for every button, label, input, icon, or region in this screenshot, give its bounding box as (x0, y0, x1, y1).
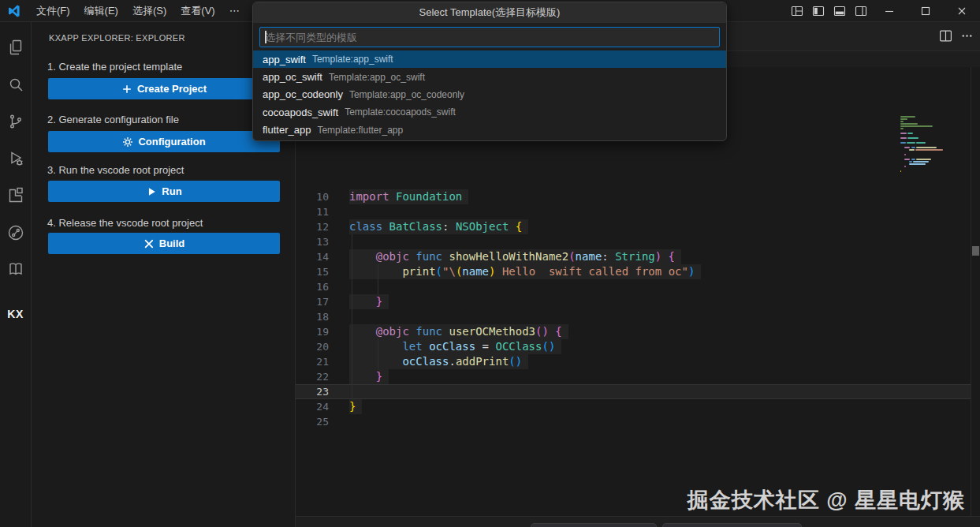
line-number: 11 (296, 204, 329, 219)
code-line-24: 24} (296, 399, 971, 414)
minimap-line (900, 123, 918, 125)
code-line-22: 22 } (296, 369, 971, 384)
minimap-line (909, 161, 912, 163)
remote-icon[interactable] (0, 217, 31, 249)
menu-item-1[interactable]: 文件(F) (29, 0, 77, 21)
minimap-line (911, 147, 915, 148)
line-number: 16 (296, 279, 329, 294)
minimap-line (900, 118, 907, 120)
watermark-text: 掘金技术社区 @ 星星电灯猴 (687, 486, 965, 514)
quick-pick-widget: Select Template(选择目标模版) app_swiftTemplat… (252, 2, 727, 141)
step-label-create-project: 1. Create the project template (47, 61, 182, 73)
run-debug-icon[interactable] (0, 143, 31, 174)
more-actions-icon[interactable] (960, 29, 974, 43)
quickpick-item-app_oc_codeonly[interactable]: app_oc_codeonlyTemplate:app_oc_codeonly (253, 86, 726, 103)
toggle-panel-icon[interactable] (829, 0, 850, 22)
item-description: Template:app_oc_swift (329, 72, 425, 83)
minimap-line (907, 137, 919, 139)
overview-ruler-border (971, 67, 971, 516)
quickpick-item-app_swift[interactable]: app_swiftTemplate:app_swift (253, 50, 726, 68)
menu-item-2[interactable]: 编辑(E) (77, 0, 125, 21)
menu-item-3[interactable]: 选择(S) (125, 0, 173, 21)
files-icon[interactable] (0, 32, 31, 63)
minimap-line (900, 137, 907, 139)
configuration-button[interactable]: Configuration (48, 131, 280, 152)
button-label: Run (162, 185, 181, 197)
line-text: ocClass.addPrint() (349, 354, 528, 369)
item-label: app_oc_codeonly (263, 88, 343, 100)
line-text: } (349, 399, 362, 414)
code-line-21: 21 ocClass.addPrint() (296, 354, 971, 369)
menu-bar: 文件(F)编辑(E)选择(S)查看(V)⋯ (29, 0, 247, 21)
line-number: 24 (296, 399, 329, 414)
minimap-line (900, 125, 933, 127)
line-text: } (349, 369, 389, 384)
line-number: 25 (296, 414, 329, 429)
minimap-line (916, 142, 926, 144)
toggle-secondary-sidebar-icon[interactable] (850, 0, 871, 22)
gear-icon (122, 136, 133, 148)
step-label-run: 3. Run the vscode root project (47, 164, 184, 176)
code-line-12: 12class BatClass: NSObject { (296, 219, 971, 234)
quickpick-item-flutter_app[interactable]: flutter_appTemplate:flutter_app (253, 121, 726, 139)
run-button[interactable]: Run (48, 181, 280, 202)
minimap-line (909, 149, 915, 151)
minimap-line (915, 149, 943, 151)
menu-item-5[interactable]: ⋯ (222, 0, 247, 21)
quickpick-item-cocoapods_swift[interactable]: cocoapods_swiftTemplate:cocoapods_swift (253, 103, 726, 121)
editor-actions (939, 29, 974, 43)
source-control-icon[interactable] (0, 106, 31, 137)
search-icon[interactable] (0, 69, 31, 100)
minimap-line (916, 147, 937, 148)
vscode-logo-icon (7, 4, 21, 18)
extensions-icon[interactable] (0, 180, 31, 211)
code-line-13: 13 (296, 234, 971, 249)
quick-pick-input[interactable] (259, 27, 720, 47)
customize-layout-icon[interactable] (786, 0, 807, 22)
item-description: Template:app_swift (312, 54, 393, 65)
scrollbar-thumb[interactable] (972, 246, 979, 256)
build-button[interactable]: Build (48, 233, 280, 254)
minimap-line (900, 128, 904, 129)
line-number: 22 (296, 369, 329, 384)
step-label-configuration: 2. Generate configuration file (47, 114, 179, 125)
minimap[interactable] (899, 114, 968, 182)
code-line-11: 11 (296, 204, 971, 219)
minimap-line (900, 116, 915, 118)
button-label: Create Project (137, 83, 207, 95)
quickpick-item-app_oc_swift[interactable]: app_oc_swiftTemplate:app_oc_swift (253, 68, 726, 85)
hidden-panel-button[interactable] (531, 523, 657, 527)
code-line-18: 18 (296, 309, 971, 324)
item-label: app_swift (263, 54, 306, 65)
quick-pick-input-wrap (253, 23, 726, 50)
line-number: 19 (296, 324, 329, 339)
toggle-sidebar-icon[interactable] (807, 0, 829, 22)
minimap-line (911, 159, 915, 160)
kx-extension-icon[interactable]: KX (0, 298, 31, 330)
minimize-button[interactable] (871, 0, 907, 22)
line-text: @objc func userOCMethod3() { (349, 324, 568, 339)
minimap-line (904, 147, 910, 148)
line-text: } (349, 294, 389, 309)
tools-icon (143, 238, 155, 249)
item-label: app_oc_swift (263, 71, 322, 83)
item-label: flutter_app (263, 124, 311, 136)
close-button[interactable] (944, 0, 980, 22)
line-number: 13 (296, 234, 329, 249)
sidebar-title: KXAPP EXPLORER: EXPLORER (49, 33, 185, 43)
split-editor-icon[interactable] (939, 29, 952, 43)
line-number: 21 (296, 354, 329, 369)
maximize-button[interactable] (907, 0, 944, 22)
line-text: print("\(name) Hello swift called from o… (349, 264, 701, 279)
menu-item-4[interactable]: 查看(V) (173, 0, 222, 21)
hidden-panel-button[interactable] (662, 523, 802, 527)
line-number: 20 (296, 339, 329, 354)
minimap-line (904, 154, 905, 155)
code-line-20: 20 let ocClass = OCClass() (296, 339, 971, 354)
line-number: 18 (296, 309, 329, 324)
line-number: 17 (296, 294, 329, 309)
line-number: 14 (296, 249, 329, 264)
book-icon[interactable] (0, 253, 31, 285)
create-project-button[interactable]: Create Project (48, 78, 280, 99)
line-text: class BatClass: NSObject { (349, 219, 528, 234)
